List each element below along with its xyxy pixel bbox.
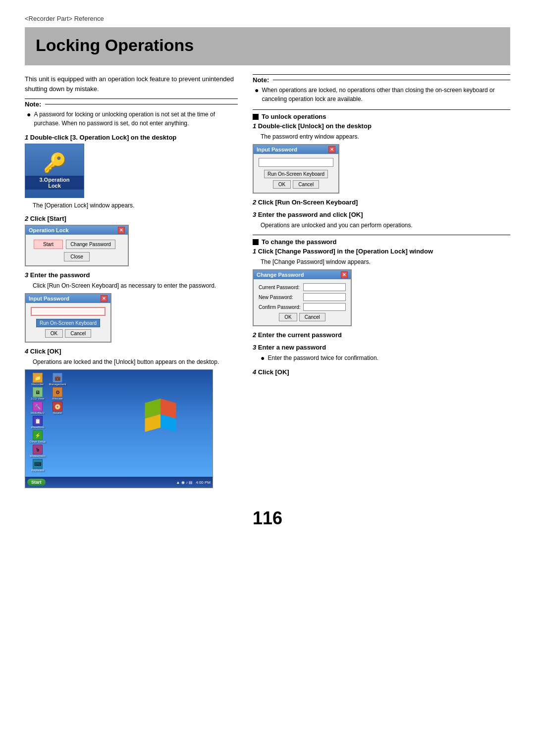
intro-text: This unit is equipped with an operation … [25, 74, 238, 94]
input-pw-dialog-left: Input Password ✕ Run On-Screen Keyboard … [25, 293, 111, 343]
input-pw-dialog-right: Input Password ✕ Run On-Screen Keyboard … [253, 144, 339, 194]
left-step-2: 2 Click [Start] Operation Lock ✕ Start C… [25, 215, 238, 266]
run-keyboard-button-left[interactable]: Run On-Screen Keyboard [36, 319, 100, 327]
desktop-taskbar: Start ▲ ◉ ♪ ▤ 4:00 PM [25, 477, 213, 488]
op-lock-label: 3.Operation Lock [25, 176, 84, 190]
input-pw-field-right[interactable] [259, 158, 333, 167]
confirm-pw-label: Confirm Password: [259, 304, 303, 310]
op-lock-dialog-titlebar: Operation Lock ✕ [26, 226, 128, 235]
desktop-label-2: Management [49, 383, 66, 386]
left-note-block: Note: ● A password for locking or unlock… [25, 99, 238, 128]
change-bullet-icon: ● [261, 353, 265, 363]
left-step3-sub: Click [Run On-Screen Keyboard] as necess… [25, 281, 238, 290]
input-pw-close-icon-right[interactable]: ✕ [328, 146, 335, 153]
op-lock-changepw-button[interactable]: Change Password [66, 240, 115, 249]
change-pw-close-icon[interactable]: ✕ [341, 271, 348, 278]
change-step3-heading: 3 Enter a new password [253, 344, 510, 351]
left-step4-heading: 4 Click [OK] [25, 348, 238, 355]
input-pw-ok-right[interactable]: OK [273, 180, 291, 189]
input-pw-cancel-right[interactable]: Cancel [293, 180, 319, 189]
desktop-icon-5: 🔧 [33, 402, 43, 411]
right-note-bullet: ● When operations are locked, no operati… [255, 86, 510, 103]
left-note-bullet: ● A password for locking or unlocking op… [27, 110, 238, 128]
section-square-icon-2 [253, 239, 259, 245]
input-pw-body-left: Run On-Screen Keyboard OK Cancel [26, 303, 110, 342]
desktop-icon-3: 🖥 [33, 387, 43, 397]
left-step1-caption: The [Operation Lock] window appears. [25, 201, 238, 210]
change-step1-sub: The [Change Password] window appears. [253, 257, 510, 266]
input-pw-btn-row-left: OK Cancel [31, 329, 106, 338]
new-pw-label: New Password: [259, 295, 303, 300]
desktop-label-7: Waveform [31, 426, 44, 429]
section-change-heading: To change the password [253, 238, 510, 246]
system-tray: ▲ ◉ ♪ ▤ 4:00 PM [176, 480, 211, 485]
change-step1-heading: 1 Click [Change Password] in the [Operat… [253, 248, 510, 255]
desktop-screenshot: 📁 Recorder 💼 Management 🖥 [25, 369, 213, 488]
op-lock-close-icon[interactable]: ✕ [118, 227, 125, 234]
desktop-icon-2: 💼 [53, 373, 62, 383]
unlock-step1-sub: The password entry window appears. [253, 132, 510, 141]
desktop-icon-7: 📋 [33, 416, 43, 426]
desktop-label-4: Allocate [52, 397, 62, 400]
right-note-label: Note: [253, 74, 510, 84]
desktop-label-5: HDD/Blu-r [31, 411, 44, 414]
current-pw-row: Current Password: [259, 283, 346, 291]
desktop-label-6: Sound [53, 411, 61, 414]
unlock-step-1: 1 Double-click [Unlock] on the desktop T… [253, 122, 510, 194]
input-pw-titlebar-right: Input Password ✕ [254, 145, 338, 154]
clock: 4:00 PM [196, 480, 211, 485]
unlock-step-2: 2 Click [Run On-Screen Keyboard] [253, 199, 510, 206]
section-square-icon [253, 114, 259, 120]
desktop-label-3: LCD View [31, 397, 45, 400]
page-title: Locking Operations [36, 36, 499, 54]
desktop-icon-1: 📁 [33, 373, 43, 383]
left-step3-heading: 3 Enter the password [25, 271, 238, 279]
op-lock-dialog-close-button[interactable]: Close [64, 252, 90, 261]
input-pw-close-icon-left[interactable]: ✕ [101, 295, 107, 302]
change-step-4: 4 Click [OK] [253, 368, 510, 376]
input-pw-ok-left[interactable]: OK [45, 329, 63, 338]
left-step-3: 3 Enter the password Click [Run On-Scree… [25, 271, 238, 343]
change-pw-titlebar: Change Password ✕ [254, 270, 351, 279]
op-lock-dialog: Operation Lock ✕ Start Change Password C… [25, 225, 129, 266]
unlock-step3-sub: Operations are unlocked and you can perf… [253, 221, 510, 230]
change-pw-section: To change the password 1 Click [Change P… [253, 238, 510, 376]
confirm-pw-input[interactable] [303, 303, 346, 311]
input-pw-titlebar-left: Input Password ✕ [26, 294, 110, 303]
change-step-3: 3 Enter a new password ● Enter the passw… [253, 344, 510, 363]
op-lock-start-button[interactable]: Start [34, 240, 63, 249]
change-step-1: 1 Click [Change Password] in the [Operat… [253, 248, 510, 326]
change-pw-dialog: Change Password ✕ Current Password: New … [253, 269, 352, 326]
bullet-icon: ● [27, 110, 31, 120]
section-unlock-heading: To unlock operations [253, 113, 510, 120]
unlock-step3-heading: 3 Enter the password and click [OK] [253, 211, 510, 218]
desktop-label-10: Keyboard [31, 469, 44, 472]
unlock-step2-heading: 2 Click [Run On-Screen Keyboard] [253, 199, 510, 206]
desktop-icon-6: 📀 [53, 402, 62, 411]
input-pw-field-left[interactable] [31, 307, 106, 316]
input-pw-cancel-left[interactable]: Cancel [65, 329, 91, 338]
desktop-label-8: Other Setup [30, 440, 46, 443]
windows-logo [138, 390, 183, 434]
desktop-icon-8: ⚡ [33, 430, 43, 440]
desktop-icons: 📁 Recorder 💼 Management 🖥 [27, 372, 68, 473]
right-note-block: Note: ● When operations are locked, no o… [253, 74, 510, 103]
current-pw-input[interactable] [303, 283, 346, 291]
desktop-icon-9: 🖱 [33, 445, 43, 454]
change-pw-ok-button[interactable]: OK [279, 313, 297, 321]
desktop-label-1: Recorder [32, 383, 44, 386]
left-step-4: 4 Click [OK] Operations are locked and t… [25, 348, 238, 488]
op-lock-icon: 🔑 3.Operation Lock [25, 144, 84, 198]
left-note-label: Note: [25, 99, 238, 108]
page-number: 116 [25, 508, 510, 529]
change-pw-btn-row: OK Cancel [259, 313, 346, 321]
change-pw-body: Current Password: New Password: Confirm … [254, 279, 351, 325]
start-button[interactable]: Start [27, 479, 46, 486]
change-pw-cancel-button[interactable]: Cancel [299, 313, 325, 321]
left-step2-heading: 2 Click [Start] [25, 215, 238, 222]
run-keyboard-button-right[interactable]: Run On-Screen Keyboard [264, 170, 328, 178]
unlock-step-3: 3 Enter the password and click [OK] Oper… [253, 211, 510, 230]
confirm-pw-row: Confirm Password: [259, 303, 346, 311]
desktop-icon-10: ⌨ [33, 459, 43, 469]
new-pw-input[interactable] [303, 293, 346, 301]
